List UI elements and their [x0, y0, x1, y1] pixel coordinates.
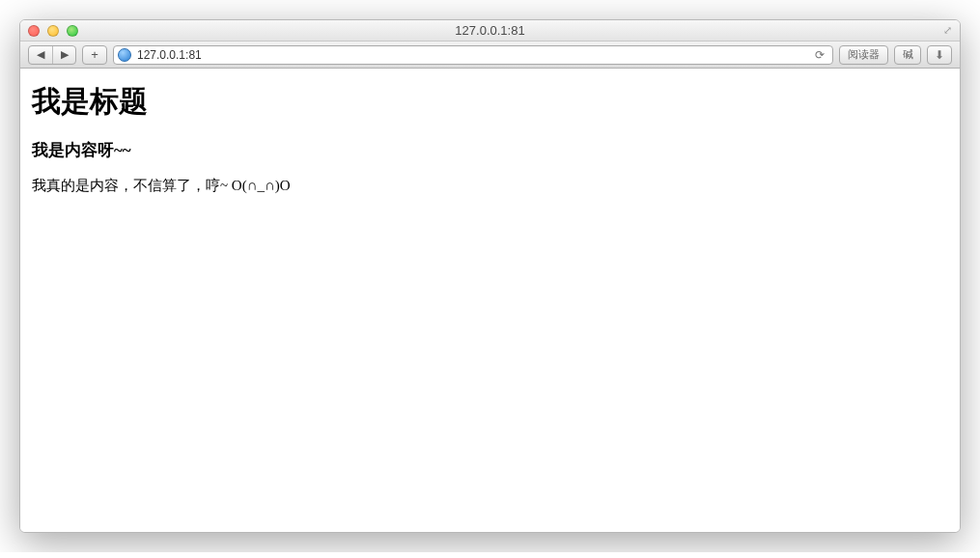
add-tab-button[interactable]: + [82, 45, 107, 65]
fullscreen-icon[interactable]: ⤢ [943, 24, 952, 37]
page-heading: 我是标题 [32, 82, 948, 122]
reload-button[interactable]: ⟳ [811, 48, 828, 62]
maximize-window-button[interactable] [67, 25, 78, 37]
nav-buttons: ◀ ▶ [28, 45, 76, 65]
traffic-lights [28, 25, 78, 37]
page-content: 我是标题 我是内容呀~~ 我真的是内容，不信算了，哼~ O(∩_∩)O [20, 69, 960, 532]
page-subheading: 我是内容呀~~ [32, 139, 948, 161]
site-favicon-icon [118, 48, 131, 62]
downloads-button[interactable]: ⬇ [927, 45, 952, 65]
back-button[interactable]: ◀ [29, 46, 52, 64]
browser-window: 127.0.0.1:81 ⤢ ◀ ▶ + ⟳ 阅读器 碱 ⬇ 我是标题 我是内容… [19, 19, 961, 533]
titlebar: 127.0.0.1:81 ⤢ [20, 20, 960, 42]
close-window-button[interactable] [28, 25, 40, 37]
download-arrow-icon: ⬇ [935, 48, 944, 62]
url-input[interactable] [137, 48, 805, 62]
toolbar: ◀ ▶ + ⟳ 阅读器 碱 ⬇ [20, 42, 960, 69]
window-title: 127.0.0.1:81 [20, 23, 960, 38]
forward-button[interactable]: ▶ [52, 46, 75, 64]
address-bar[interactable]: ⟳ [113, 45, 833, 65]
minimize-window-button[interactable] [47, 25, 59, 37]
zoom-button[interactable]: 碱 [894, 45, 921, 65]
reader-button[interactable]: 阅读器 [839, 45, 888, 65]
page-body-text: 我真的是内容，不信算了，哼~ O(∩_∩)O [32, 177, 948, 195]
